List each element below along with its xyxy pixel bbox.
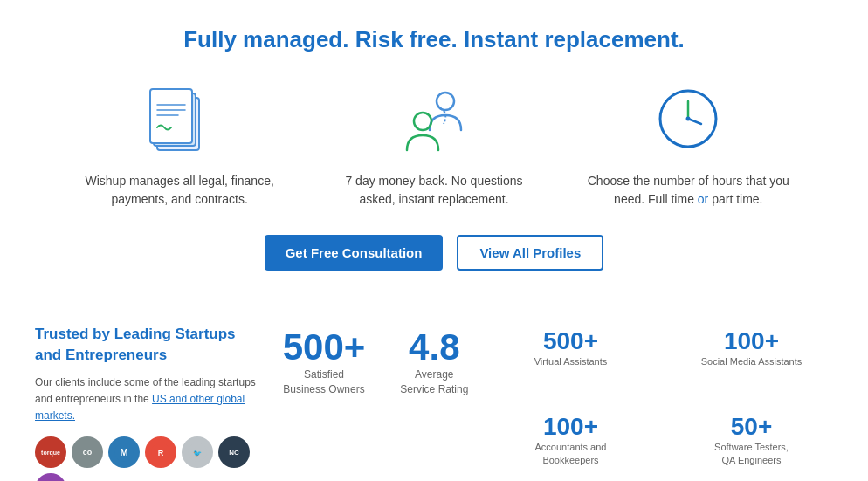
svg-point-6 (437, 93, 454, 110)
logo-m: M (108, 436, 140, 468)
clock-icon (649, 79, 727, 158)
main-container: Fully managed. Risk free. Instant replac… (0, 0, 868, 481)
bottom-section: Trusted by Leading Startups and Entrepre… (17, 306, 851, 481)
svg-text:M: M (120, 447, 127, 457)
stat-virtual-assistants: 500+ Virtual Assistants (489, 329, 652, 406)
buttons-row: Get Free Consultation View All Profiles (17, 235, 851, 271)
feature-replacement: 7 day money back. No questions asked, in… (329, 79, 539, 209)
trust-column: Trusted by Leading Startups and Entrepre… (35, 324, 262, 481)
logo-bird: 🐦 (182, 436, 213, 468)
logos-row: torque co M R 🐦 NC W (35, 436, 262, 481)
feature-replacement-text: 7 day money back. No questions asked, in… (329, 172, 539, 209)
stat-sm-label: Social Media Assistants (670, 355, 833, 368)
stats-center: 500+ Satisfied Business Owners 4.8 Avera… (279, 324, 472, 481)
stat-satisfied: 500+ Satisfied Business Owners (283, 329, 366, 397)
trust-link[interactable]: US and other global markets. (35, 393, 245, 422)
stat-rating-number: 4.8 (400, 329, 468, 366)
feature-hours-text: Choose the number of hours that you need… (583, 172, 793, 209)
svg-rect-2 (150, 89, 192, 143)
stats-right: 500+ Virtual Assistants 100+ Social Medi… (489, 324, 833, 481)
stat-accountants: 100+ Accountants and Bookkeepers (489, 415, 652, 481)
get-consultation-button[interactable]: Get Free Consultation (265, 235, 444, 271)
logo-w: W (35, 473, 66, 481)
hero-title: Fully managed. Risk free. Instant replac… (17, 26, 851, 53)
stat-acc-number: 100+ (489, 415, 652, 439)
stat-sm-number: 100+ (670, 329, 833, 354)
view-profiles-button[interactable]: View All Profiles (457, 235, 603, 271)
stats-pair: 500+ Satisfied Business Owners 4.8 Avera… (283, 329, 469, 397)
svg-point-11 (686, 116, 691, 120)
features-row: Wishup manages all legal, finance, payme… (17, 79, 851, 209)
feature-documents: Wishup manages all legal, finance, payme… (75, 79, 285, 209)
stat-rating-label: Average Service Rating (400, 368, 468, 397)
stat-va-number: 500+ (489, 329, 652, 354)
trust-title: Trusted by Leading Startups and Entrepre… (35, 324, 262, 366)
svg-text:R: R (158, 449, 164, 457)
stat-social-media: 100+ Social Media Assistants (670, 329, 833, 406)
logo-r: R (145, 436, 176, 468)
people-icon (395, 79, 473, 158)
stat-acc-label: Accountants and Bookkeepers (489, 441, 652, 468)
stat-satisfied-number: 500+ (283, 329, 366, 366)
stat-software-testers: 50+ Software Testers, QA Engineers (670, 415, 833, 481)
stat-st-number: 50+ (670, 415, 833, 439)
logo-co: co (72, 436, 103, 468)
stat-st-label: Software Testers, QA Engineers (670, 441, 833, 468)
feature-documents-text: Wishup manages all legal, finance, payme… (75, 172, 285, 209)
feature-hours: Choose the number of hours that you need… (583, 79, 793, 209)
logo-torque: torque (35, 436, 66, 468)
trust-description: Our clients include some of the leading … (35, 374, 262, 425)
stat-va-label: Virtual Assistants (489, 355, 652, 368)
logo-nc: NC (218, 436, 250, 468)
or-link: or (698, 192, 708, 206)
svg-point-7 (414, 113, 431, 130)
svg-text:🐦: 🐦 (193, 449, 202, 457)
stat-rating: 4.8 Average Service Rating (400, 329, 468, 397)
documents-icon (141, 79, 219, 158)
stat-satisfied-label: Satisfied Business Owners (283, 368, 366, 397)
